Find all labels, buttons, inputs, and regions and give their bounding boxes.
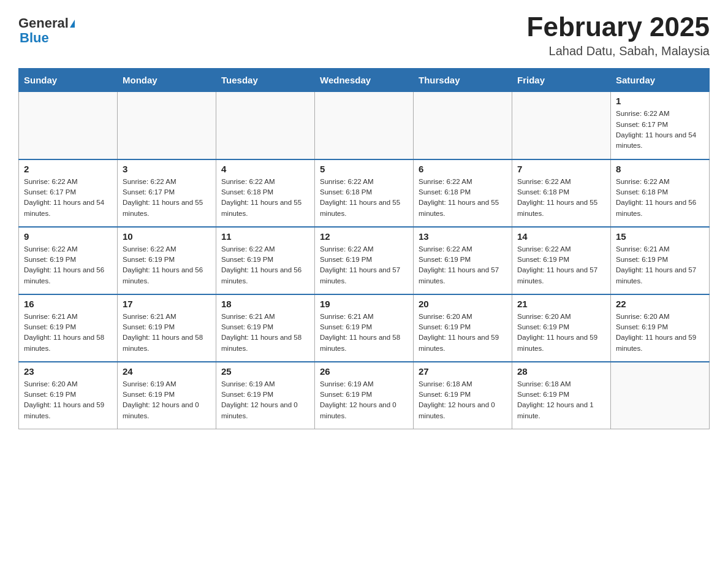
- day-info: Sunrise: 6:21 AMSunset: 6:19 PMDaylight:…: [616, 244, 704, 286]
- col-friday: Friday: [512, 69, 611, 92]
- table-row: 20Sunrise: 6:20 AMSunset: 6:19 PMDayligh…: [414, 294, 512, 362]
- calendar-body: 1Sunrise: 6:22 AMSunset: 6:17 PMDaylight…: [19, 92, 710, 429]
- logo-general: General: [18, 16, 69, 31]
- table-row: 9Sunrise: 6:22 AMSunset: 6:19 PMDaylight…: [19, 227, 118, 294]
- day-info: Sunrise: 6:22 AMSunset: 6:17 PMDaylight:…: [616, 109, 704, 151]
- day-number: 15: [616, 231, 704, 242]
- day-number: 9: [24, 231, 112, 242]
- table-row: 17Sunrise: 6:21 AMSunset: 6:19 PMDayligh…: [118, 294, 216, 362]
- title-block: February 2025 Lahad Datu, Sabah, Malaysi…: [527, 12, 710, 58]
- day-number: 18: [221, 299, 309, 309]
- day-info: Sunrise: 6:22 AMSunset: 6:18 PMDaylight:…: [517, 177, 605, 219]
- day-info: Sunrise: 6:20 AMSunset: 6:19 PMDaylight:…: [419, 312, 507, 354]
- day-info: Sunrise: 6:22 AMSunset: 6:17 PMDaylight:…: [24, 177, 112, 219]
- table-row: [315, 92, 414, 159]
- day-number: 27: [419, 366, 507, 377]
- day-number: 20: [419, 299, 507, 309]
- calendar-table: Sunday Monday Tuesday Wednesday Thursday…: [18, 68, 710, 429]
- table-row: 18Sunrise: 6:21 AMSunset: 6:19 PMDayligh…: [216, 294, 315, 362]
- header-row: Sunday Monday Tuesday Wednesday Thursday…: [19, 69, 710, 92]
- table-row: 14Sunrise: 6:22 AMSunset: 6:19 PMDayligh…: [512, 227, 611, 294]
- day-number: 6: [419, 164, 507, 174]
- day-info: Sunrise: 6:18 AMSunset: 6:19 PMDaylight:…: [419, 379, 507, 421]
- day-info: Sunrise: 6:20 AMSunset: 6:19 PMDaylight:…: [517, 312, 605, 354]
- day-number: 8: [616, 164, 704, 174]
- day-info: Sunrise: 6:21 AMSunset: 6:19 PMDaylight:…: [221, 312, 309, 354]
- day-info: Sunrise: 6:19 AMSunset: 6:19 PMDaylight:…: [320, 379, 408, 421]
- table-row: 4Sunrise: 6:22 AMSunset: 6:18 PMDaylight…: [216, 159, 315, 227]
- logo-triangle-icon: [70, 20, 75, 28]
- day-number: 26: [320, 366, 408, 377]
- day-info: Sunrise: 6:22 AMSunset: 6:19 PMDaylight:…: [24, 244, 112, 286]
- table-row: 16Sunrise: 6:21 AMSunset: 6:19 PMDayligh…: [19, 294, 118, 362]
- day-info: Sunrise: 6:18 AMSunset: 6:19 PMDaylight:…: [517, 379, 605, 421]
- table-row: 12Sunrise: 6:22 AMSunset: 6:19 PMDayligh…: [315, 227, 414, 294]
- day-number: 3: [123, 164, 211, 174]
- day-info: Sunrise: 6:21 AMSunset: 6:19 PMDaylight:…: [123, 312, 211, 354]
- page-header: General Blue February 2025 Lahad Datu, S…: [18, 12, 710, 58]
- day-number: 16: [24, 299, 112, 309]
- table-row: 5Sunrise: 6:22 AMSunset: 6:18 PMDaylight…: [315, 159, 414, 227]
- page-subtitle: Lahad Datu, Sabah, Malaysia: [527, 44, 710, 58]
- day-number: 21: [517, 299, 605, 309]
- table-row: 19Sunrise: 6:21 AMSunset: 6:19 PMDayligh…: [315, 294, 414, 362]
- day-number: 2: [24, 164, 112, 174]
- col-monday: Monday: [118, 69, 216, 92]
- logo: General Blue: [18, 12, 75, 45]
- day-info: Sunrise: 6:22 AMSunset: 6:18 PMDaylight:…: [221, 177, 309, 219]
- day-number: 11: [221, 231, 309, 242]
- col-tuesday: Tuesday: [216, 69, 315, 92]
- table-row: [118, 92, 216, 159]
- table-row: 13Sunrise: 6:22 AMSunset: 6:19 PMDayligh…: [414, 227, 512, 294]
- day-number: 4: [221, 164, 309, 174]
- day-number: 17: [123, 299, 211, 309]
- table-row: 27Sunrise: 6:18 AMSunset: 6:19 PMDayligh…: [414, 362, 512, 429]
- day-info: Sunrise: 6:22 AMSunset: 6:18 PMDaylight:…: [320, 177, 408, 219]
- day-info: Sunrise: 6:21 AMSunset: 6:19 PMDaylight:…: [24, 312, 112, 354]
- logo-blue: Blue: [20, 30, 49, 45]
- day-info: Sunrise: 6:22 AMSunset: 6:19 PMDaylight:…: [320, 244, 408, 286]
- day-number: 14: [517, 231, 605, 242]
- day-number: 1: [616, 96, 704, 106]
- day-number: 13: [419, 231, 507, 242]
- table-row: 22Sunrise: 6:20 AMSunset: 6:19 PMDayligh…: [611, 294, 710, 362]
- day-info: Sunrise: 6:20 AMSunset: 6:19 PMDaylight:…: [24, 379, 112, 421]
- table-row: 6Sunrise: 6:22 AMSunset: 6:18 PMDaylight…: [414, 159, 512, 227]
- day-number: 19: [320, 299, 408, 309]
- table-row: 2Sunrise: 6:22 AMSunset: 6:17 PMDaylight…: [19, 159, 118, 227]
- table-row: 1Sunrise: 6:22 AMSunset: 6:17 PMDaylight…: [611, 92, 710, 159]
- table-row: [19, 92, 118, 159]
- day-number: 25: [221, 366, 309, 377]
- col-wednesday: Wednesday: [315, 69, 414, 92]
- day-number: 12: [320, 231, 408, 242]
- table-row: 23Sunrise: 6:20 AMSunset: 6:19 PMDayligh…: [19, 362, 118, 429]
- table-row: 10Sunrise: 6:22 AMSunset: 6:19 PMDayligh…: [118, 227, 216, 294]
- col-sunday: Sunday: [19, 69, 118, 92]
- day-info: Sunrise: 6:22 AMSunset: 6:19 PMDaylight:…: [517, 244, 605, 286]
- day-info: Sunrise: 6:19 AMSunset: 6:19 PMDaylight:…: [123, 379, 211, 421]
- col-saturday: Saturday: [611, 69, 710, 92]
- day-number: 7: [517, 164, 605, 174]
- table-row: [611, 362, 710, 429]
- day-info: Sunrise: 6:22 AMSunset: 6:19 PMDaylight:…: [221, 244, 309, 286]
- table-row: 28Sunrise: 6:18 AMSunset: 6:19 PMDayligh…: [512, 362, 611, 429]
- table-row: 15Sunrise: 6:21 AMSunset: 6:19 PMDayligh…: [611, 227, 710, 294]
- table-row: 24Sunrise: 6:19 AMSunset: 6:19 PMDayligh…: [118, 362, 216, 429]
- day-info: Sunrise: 6:22 AMSunset: 6:18 PMDaylight:…: [616, 177, 704, 219]
- table-row: [512, 92, 611, 159]
- day-number: 22: [616, 299, 704, 309]
- table-row: 3Sunrise: 6:22 AMSunset: 6:17 PMDaylight…: [118, 159, 216, 227]
- calendar-header: Sunday Monday Tuesday Wednesday Thursday…: [19, 69, 710, 92]
- table-row: 26Sunrise: 6:19 AMSunset: 6:19 PMDayligh…: [315, 362, 414, 429]
- day-number: 5: [320, 164, 408, 174]
- table-row: [414, 92, 512, 159]
- day-info: Sunrise: 6:19 AMSunset: 6:19 PMDaylight:…: [221, 379, 309, 421]
- table-row: 21Sunrise: 6:20 AMSunset: 6:19 PMDayligh…: [512, 294, 611, 362]
- page-title: February 2025: [527, 12, 710, 42]
- day-number: 10: [123, 231, 211, 242]
- day-number: 24: [123, 366, 211, 377]
- day-info: Sunrise: 6:22 AMSunset: 6:19 PMDaylight:…: [419, 244, 507, 286]
- day-info: Sunrise: 6:21 AMSunset: 6:19 PMDaylight:…: [320, 312, 408, 354]
- day-info: Sunrise: 6:22 AMSunset: 6:17 PMDaylight:…: [123, 177, 211, 219]
- table-row: 7Sunrise: 6:22 AMSunset: 6:18 PMDaylight…: [512, 159, 611, 227]
